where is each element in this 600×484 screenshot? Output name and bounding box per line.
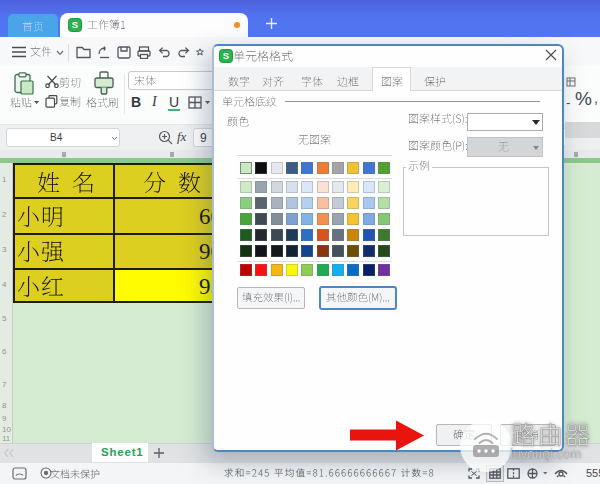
svg-text:S: S [223, 50, 229, 61]
svg-text:S: S [72, 19, 78, 30]
